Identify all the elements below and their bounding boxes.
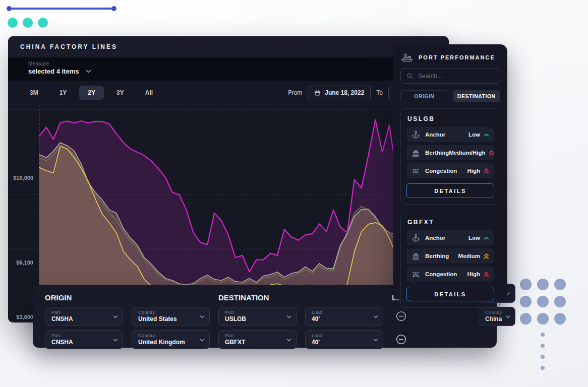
range-tab-3m[interactable]: 3M <box>21 86 47 100</box>
country-select[interactable]: CountryUnited States <box>132 307 210 326</box>
select-label: Country <box>485 309 502 315</box>
dot <box>554 313 566 325</box>
port-select[interactable]: PortGBFXT <box>218 330 297 349</box>
port-search[interactable] <box>400 68 500 84</box>
range-tab-3y[interactable]: 3Y <box>108 86 133 100</box>
port-code: GBFXT <box>407 219 494 226</box>
metric-value: Low <box>468 235 480 241</box>
dot <box>554 279 566 290</box>
port-metric-row-anchor: AnchorLow <box>406 230 494 245</box>
load-select[interactable]: Load40' <box>305 307 383 326</box>
port-tab-destination[interactable]: DESTINATION <box>453 90 501 102</box>
select-value: United Kingdom <box>138 339 196 346</box>
range-tab-2y[interactable]: 2Y <box>79 86 104 100</box>
trend-up-single-icon <box>483 132 490 138</box>
anchor-icon <box>411 233 421 243</box>
dot <box>554 296 566 307</box>
select-value: CNSHA <box>51 315 109 322</box>
metric-value: Low <box>468 132 480 138</box>
select-value: 40' <box>312 315 370 322</box>
window-dots-decoration <box>8 18 48 28</box>
calendar-icon <box>314 90 321 96</box>
metric-label: Congestion <box>425 168 457 174</box>
port-select[interactable]: PortUSLGB <box>218 307 297 326</box>
select-value: GBFXT <box>225 339 283 346</box>
select-label: Country <box>138 309 196 315</box>
metric-value: Medium/High <box>449 150 485 156</box>
dot <box>537 296 549 307</box>
search-icon <box>406 73 413 79</box>
from-date-value: June 18, 2022 <box>325 89 364 96</box>
metric-label: Anchor <box>425 132 445 138</box>
dot <box>520 279 532 290</box>
port-panel-title: PORT PERFORMANCE <box>419 54 495 60</box>
dot <box>38 18 48 28</box>
details-button-gbfxt[interactable]: DETAILS <box>406 287 494 301</box>
port-metric-row-anchor: AnchorLow <box>406 127 494 142</box>
measure-row: Measure selected 4 items <box>8 57 449 81</box>
route-group-header-destination: DESTINATION <box>218 293 297 303</box>
port-panel-tabs: ORIGINDESTINATION <box>400 90 500 102</box>
dot <box>541 355 545 359</box>
to-label: To <box>376 89 383 96</box>
y-axis-tick-label: $10,000 <box>8 175 33 181</box>
select-value: China <box>485 315 502 322</box>
y-axis-tick-label: $3,600 <box>8 314 33 320</box>
china-factory-lines-panel: CHINA FACTORY LINES Measure selected 4 i… <box>8 36 449 322</box>
port-metric-row-congestion: CongestionHigh <box>406 163 494 178</box>
accent-line-decoration <box>9 8 114 10</box>
port-tab-origin[interactable]: ORIGIN <box>400 90 448 102</box>
berthing-icon <box>411 148 421 158</box>
berthing-icon <box>411 251 421 261</box>
remove-route-row-button[interactable] <box>395 334 407 346</box>
metric-label: Berthing <box>425 253 449 259</box>
measure-label: Measure <box>28 61 437 67</box>
from-date-input[interactable]: June 18, 2022 <box>308 86 371 100</box>
dot <box>537 279 549 290</box>
details-button-uslgb[interactable]: DETAILS <box>406 183 494 198</box>
chart-toolbar: 3M1Y2Y3YAll From June 18, 2022 To <box>8 81 449 105</box>
country-select[interactable]: CountryChina <box>479 307 515 326</box>
trend-up-double-icon <box>483 271 490 278</box>
dot <box>23 18 33 28</box>
port-search-input[interactable] <box>418 73 494 80</box>
select-label: Load <box>312 333 370 338</box>
metric-value: High <box>467 271 480 277</box>
select-value: 40' <box>312 339 370 346</box>
dot <box>541 333 545 337</box>
select-label: Port <box>51 333 109 338</box>
measure-dropdown[interactable]: selected 4 items <box>28 68 437 75</box>
measure-value: selected 4 items <box>28 68 79 75</box>
trend-up-single-icon <box>483 235 490 241</box>
load-select[interactable]: Load40' <box>305 330 383 349</box>
anchor-icon <box>411 130 421 140</box>
remove-route-row-button[interactable] <box>395 310 407 322</box>
trend-up-double-icon <box>483 253 490 260</box>
dot-grid-decoration <box>520 279 566 325</box>
country-select[interactable]: CountryUnited Kingdom <box>132 330 210 349</box>
small-dot-column-decoration <box>541 333 545 370</box>
metric-label: Anchor <box>425 235 445 241</box>
page-title: CHINA FACTORY LINES <box>20 43 117 50</box>
select-label: Port <box>51 309 109 315</box>
port-select[interactable]: PortCNSHA <box>45 307 123 326</box>
ship-icon <box>400 52 414 62</box>
panel-titlebar: CHINA FACTORY LINES <box>8 36 449 57</box>
port-code: USLGB <box>407 115 494 122</box>
range-tab-1y[interactable]: 1Y <box>51 86 76 100</box>
port-metric-row-berthing: BerthingMedium/High <box>406 145 494 160</box>
select-value: USLGB <box>225 315 283 322</box>
range-tab-all[interactable]: All <box>137 86 161 100</box>
dot <box>8 18 18 28</box>
port-cards: USLGBAnchorLowBerthingMedium/HighCongest… <box>400 108 500 308</box>
port-performance-panel: PORT PERFORMANCE ORIGINDESTINATION USLGB… <box>393 44 507 300</box>
metric-value: High <box>467 168 480 174</box>
select-label: Country <box>138 333 196 338</box>
dot <box>520 296 532 307</box>
port-select[interactable]: PortCNSHA <box>45 330 123 349</box>
trend-up-double-icon <box>483 168 490 174</box>
congestion-icon <box>411 166 421 176</box>
trend-up-double-icon <box>488 150 495 156</box>
congestion-icon <box>411 270 421 279</box>
port-card-gbfxt: GBFXTAnchorLowBerthingMediumCongestionHi… <box>400 212 500 308</box>
